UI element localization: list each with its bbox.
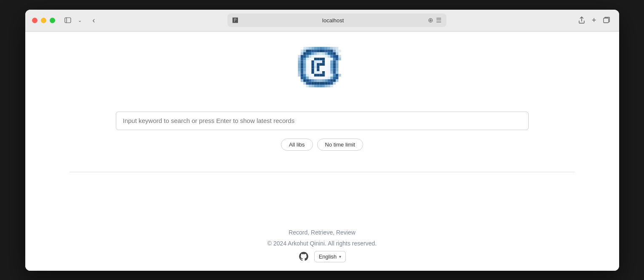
- svg-rect-128: [314, 68, 316, 71]
- address-bar: 🅿 localhost ⊕ ☰: [104, 13, 571, 27]
- svg-rect-191: [325, 79, 327, 82]
- svg-rect-35: [311, 52, 314, 55]
- svg-rect-88: [327, 60, 330, 63]
- svg-rect-142: [311, 71, 314, 74]
- svg-rect-81: [309, 60, 311, 63]
- svg-rect-95: [306, 63, 308, 65]
- svg-rect-104: [330, 63, 333, 65]
- svg-rect-67: [314, 58, 316, 60]
- svg-rect-136: [336, 68, 338, 71]
- svg-rect-154: [303, 74, 306, 76]
- search-input[interactable]: [116, 112, 529, 130]
- traffic-lights: [32, 18, 55, 23]
- svg-rect-202: [319, 82, 322, 84]
- address-action-icons: ⊕ ☰: [428, 16, 441, 24]
- svg-rect-100: [319, 63, 322, 65]
- svg-rect-131: [322, 68, 325, 71]
- svg-rect-114: [317, 66, 319, 68]
- svg-rect-206: [330, 82, 333, 84]
- translate-icon[interactable]: ⊕: [428, 16, 433, 24]
- svg-rect-40: [325, 52, 327, 55]
- svg-rect-163: [327, 74, 330, 76]
- svg-rect-3: [303, 47, 306, 49]
- svg-rect-26: [327, 49, 330, 52]
- tabs-overview-button[interactable]: [601, 15, 612, 25]
- svg-rect-126: [309, 68, 311, 71]
- svg-rect-13: [330, 47, 333, 49]
- svg-rect-189: [319, 79, 322, 82]
- svg-rect-199: [311, 82, 314, 84]
- svg-rect-119: [330, 66, 333, 68]
- svg-rect-0: [65, 18, 71, 23]
- svg-rect-109: [303, 66, 306, 68]
- svg-rect-58: [333, 55, 335, 57]
- svg-rect-188: [317, 79, 319, 82]
- svg-rect-74: [333, 58, 335, 60]
- svg-rect-10: [322, 47, 325, 49]
- svg-rect-22: [317, 49, 319, 52]
- svg-rect-217: [330, 85, 333, 87]
- svg-rect-63: [303, 58, 306, 60]
- svg-rect-85: [319, 60, 322, 63]
- share-button[interactable]: [576, 15, 588, 26]
- svg-rect-77: [298, 60, 300, 63]
- svg-rect-193: [330, 79, 333, 82]
- svg-rect-116: [322, 66, 325, 68]
- svg-rect-76: [338, 58, 341, 60]
- back-button[interactable]: ‹: [89, 14, 99, 27]
- svg-rect-196: [303, 82, 306, 84]
- svg-rect-124: [303, 68, 306, 71]
- no-time-limit-filter-button[interactable]: No time limit: [317, 139, 363, 151]
- svg-rect-135: [333, 68, 335, 71]
- svg-rect-216: [327, 85, 330, 87]
- svg-rect-91: [336, 60, 338, 63]
- svg-rect-49: [309, 55, 311, 57]
- all-libs-filter-button[interactable]: All libs: [281, 139, 313, 151]
- svg-rect-32: [303, 52, 306, 55]
- svg-rect-144: [317, 71, 319, 74]
- close-button[interactable]: [32, 18, 37, 23]
- sidebar-toggle-button[interactable]: [62, 15, 74, 25]
- svg-rect-12: [327, 47, 330, 49]
- reader-icon[interactable]: ☰: [436, 16, 441, 24]
- svg-rect-112: [311, 66, 314, 68]
- filter-buttons: All libs No time limit: [281, 139, 363, 151]
- svg-rect-44: [336, 52, 338, 55]
- language-label: English: [319, 253, 337, 260]
- github-icon[interactable]: [298, 251, 309, 262]
- logo-container: [295, 44, 349, 100]
- svg-rect-138: [300, 71, 303, 74]
- svg-rect-60: [338, 55, 341, 57]
- svg-rect-159: [317, 74, 319, 76]
- svg-rect-127: [311, 68, 314, 71]
- app-logo: [295, 44, 349, 98]
- new-tab-button[interactable]: +: [589, 14, 599, 27]
- address-bar-field[interactable]: 🅿 localhost ⊕ ☰: [227, 13, 446, 27]
- svg-rect-179: [330, 76, 333, 79]
- language-selector[interactable]: English ▾: [314, 251, 346, 262]
- minimize-button[interactable]: [41, 18, 46, 23]
- svg-rect-8: [317, 47, 319, 49]
- svg-rect-173: [314, 76, 316, 79]
- svg-rect-215: [325, 85, 327, 87]
- svg-rect-51: [314, 55, 316, 57]
- chevron-down-icon[interactable]: ⌄: [75, 16, 84, 25]
- svg-rect-57: [330, 55, 333, 57]
- svg-rect-110: [306, 66, 308, 68]
- svg-rect-177: [325, 76, 327, 79]
- svg-rect-118: [327, 66, 330, 68]
- svg-rect-198: [309, 82, 311, 84]
- svg-rect-5: [309, 47, 311, 49]
- svg-rect-96: [309, 63, 311, 65]
- copyright-text: © 2024 Arkohut Qinini. All rights reserv…: [267, 240, 377, 247]
- svg-rect-21: [314, 49, 316, 52]
- svg-rect-150: [333, 71, 335, 74]
- maximize-button[interactable]: [50, 18, 55, 23]
- svg-rect-171: [309, 76, 311, 79]
- svg-rect-28: [333, 49, 335, 52]
- svg-rect-111: [309, 66, 311, 68]
- svg-rect-132: [325, 68, 327, 71]
- svg-rect-101: [322, 63, 325, 65]
- svg-rect-203: [322, 82, 325, 84]
- svg-rect-210: [311, 85, 314, 87]
